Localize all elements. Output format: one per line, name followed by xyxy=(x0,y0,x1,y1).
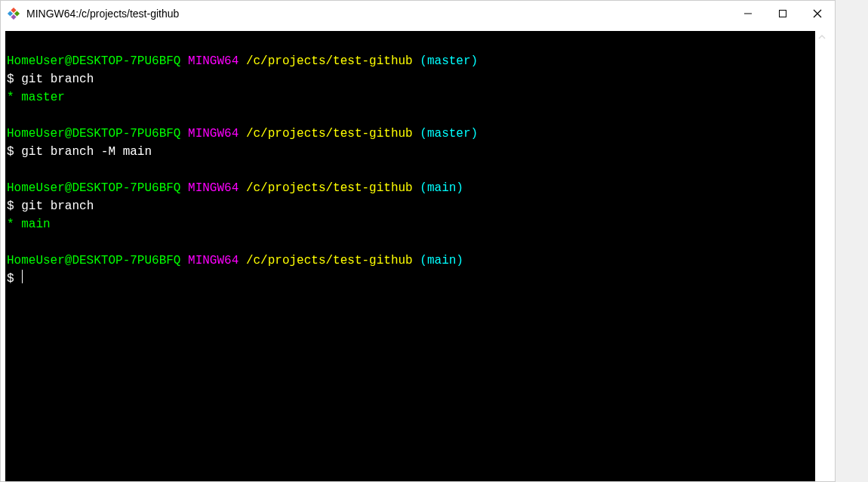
branch-list-current: * main xyxy=(7,218,51,231)
cursor-icon xyxy=(22,270,23,283)
prompt-branch: (master) xyxy=(420,127,478,141)
prompt-path: /c/projects/test-github xyxy=(246,254,413,267)
terminal-output[interactable]: HomeUser@DESKTOP-7PU6BFQ MINGW64 /c/proj… xyxy=(5,31,815,481)
prompt-app: MINGW64 xyxy=(188,181,239,195)
terminal-window: MINGW64:/c/projects/test-github HomeUser… xyxy=(0,0,836,482)
prompt-path: /c/projects/test-github xyxy=(246,54,413,68)
prompt-user-host: HomeUser@DESKTOP-7PU6BFQ xyxy=(7,254,180,267)
git-bash-icon xyxy=(7,7,20,20)
prompt-path: /c/projects/test-github xyxy=(246,127,413,141)
chevron-up-icon xyxy=(817,32,826,42)
prompt-user-host: HomeUser@DESKTOP-7PU6BFQ xyxy=(7,54,180,68)
prompt-symbol: $ xyxy=(7,145,14,159)
prompt-user-host: HomeUser@DESKTOP-7PU6BFQ xyxy=(7,127,180,141)
branch-list-current: * master xyxy=(7,91,65,104)
prompt-branch: (main) xyxy=(420,254,463,267)
svg-rect-1 xyxy=(780,11,786,17)
prompt-app: MINGW64 xyxy=(188,127,239,141)
titlebar[interactable]: MINGW64:/c/projects/test-github xyxy=(1,1,835,26)
command-text: git branch xyxy=(21,199,94,213)
prompt-app: MINGW64 xyxy=(188,254,239,267)
terminal-line: HomeUser@DESKTOP-7PU6BFQ MINGW64 /c/proj… xyxy=(7,34,814,288)
prompt-symbol: $ xyxy=(7,73,14,86)
prompt-path: /c/projects/test-github xyxy=(246,181,413,195)
prompt-branch: (main) xyxy=(420,181,463,195)
scrollbar-area[interactable] xyxy=(815,31,829,481)
prompt-user-host: HomeUser@DESKTOP-7PU6BFQ xyxy=(7,181,180,195)
minimize-button[interactable] xyxy=(731,1,765,26)
prompt-symbol: $ xyxy=(7,199,14,213)
command-text: git branch -M main xyxy=(21,145,152,159)
command-text: git branch xyxy=(21,73,94,86)
prompt-symbol: $ xyxy=(7,272,14,286)
prompt-branch: (master) xyxy=(420,54,478,68)
window-title: MINGW64:/c/projects/test-github xyxy=(26,8,179,20)
prompt-app: MINGW64 xyxy=(188,54,239,68)
window-controls xyxy=(731,1,835,26)
terminal-container: HomeUser@DESKTOP-7PU6BFQ MINGW64 /c/proj… xyxy=(1,26,835,481)
maximize-button[interactable] xyxy=(765,1,800,26)
close-button[interactable] xyxy=(800,1,835,26)
